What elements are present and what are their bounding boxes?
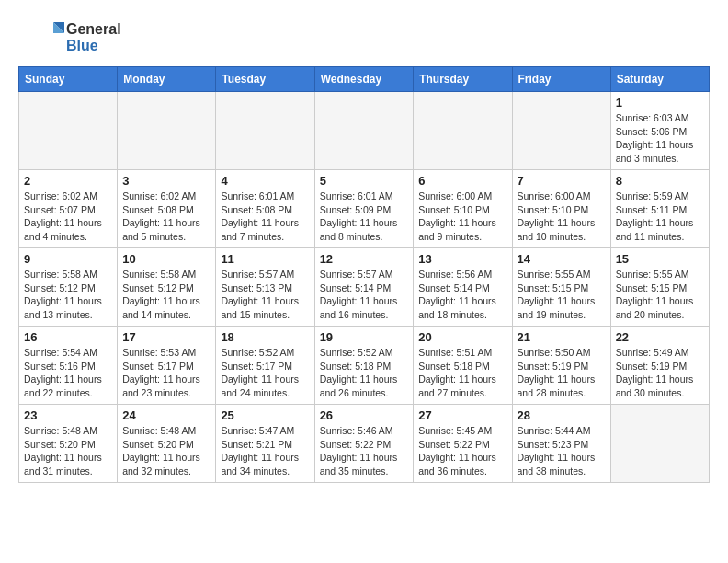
week-row-0: 1Sunrise: 6:03 AM Sunset: 5:06 PM Daylig… — [19, 92, 710, 170]
day-number: 12 — [320, 252, 409, 266]
day-info: Sunrise: 6:00 AM Sunset: 5:10 PM Dayligh… — [518, 190, 606, 244]
day-info: Sunrise: 5:52 AM Sunset: 5:17 PM Dayligh… — [221, 346, 309, 400]
day-info: Sunrise: 5:55 AM Sunset: 5:15 PM Dayligh… — [616, 268, 704, 322]
day-cell: 1Sunrise: 6:03 AM Sunset: 5:06 PM Daylig… — [610, 92, 709, 170]
day-cell: 5Sunrise: 6:01 AM Sunset: 5:09 PM Daylig… — [314, 170, 414, 248]
day-number: 27 — [418, 408, 506, 422]
day-info: Sunrise: 5:49 AM Sunset: 5:19 PM Dayligh… — [616, 346, 704, 400]
day-cell: 9Sunrise: 5:58 AM Sunset: 5:12 PM Daylig… — [19, 248, 118, 327]
day-number: 9 — [24, 252, 112, 266]
day-info: Sunrise: 5:50 AM Sunset: 5:19 PM Dayligh… — [518, 346, 606, 400]
day-info: Sunrise: 5:47 AM Sunset: 5:21 PM Dayligh… — [221, 424, 309, 478]
logo-blue-text: Blue — [66, 38, 121, 54]
day-number: 6 — [418, 174, 506, 188]
day-info: Sunrise: 5:59 AM Sunset: 5:11 PM Dayligh… — [616, 190, 704, 244]
weekday-header-saturday: Saturday — [610, 67, 709, 92]
day-number: 17 — [122, 330, 210, 344]
day-number: 23 — [24, 408, 112, 422]
day-info: Sunrise: 6:03 AM Sunset: 5:06 PM Dayligh… — [616, 111, 704, 166]
day-info: Sunrise: 5:57 AM Sunset: 5:13 PM Dayligh… — [221, 268, 309, 322]
logo-text: GeneralBlue — [66, 21, 121, 53]
weekday-header-row: SundayMondayTuesdayWednesdayThursdayFrid… — [19, 67, 710, 92]
day-number: 7 — [518, 174, 606, 188]
day-cell — [314, 92, 414, 170]
page-header: GeneralBlue — [18, 18, 710, 57]
day-number: 15 — [616, 252, 704, 266]
day-number: 22 — [616, 330, 704, 344]
weekday-header-friday: Friday — [512, 67, 610, 92]
day-cell: 3Sunrise: 6:02 AM Sunset: 5:08 PM Daylig… — [118, 170, 216, 248]
day-cell: 10Sunrise: 5:58 AM Sunset: 5:12 PM Dayli… — [118, 248, 216, 327]
day-number: 26 — [320, 408, 409, 422]
weekday-header-monday: Monday — [118, 67, 216, 92]
day-info: Sunrise: 5:52 AM Sunset: 5:18 PM Dayligh… — [320, 346, 409, 400]
calendar-table: SundayMondayTuesdayWednesdayThursdayFrid… — [18, 66, 710, 483]
day-number: 14 — [518, 252, 606, 266]
day-cell: 23Sunrise: 5:48 AM Sunset: 5:20 PM Dayli… — [19, 405, 118, 483]
day-cell: 14Sunrise: 5:55 AM Sunset: 5:15 PM Dayli… — [512, 248, 610, 327]
day-cell: 13Sunrise: 5:56 AM Sunset: 5:14 PM Dayli… — [414, 248, 512, 327]
day-number: 18 — [221, 330, 309, 344]
day-cell: 26Sunrise: 5:46 AM Sunset: 5:22 PM Dayli… — [314, 405, 414, 483]
day-cell: 18Sunrise: 5:52 AM Sunset: 5:17 PM Dayli… — [216, 327, 314, 405]
weekday-header-wednesday: Wednesday — [314, 67, 414, 92]
day-info: Sunrise: 5:55 AM Sunset: 5:15 PM Dayligh… — [518, 268, 606, 322]
day-cell — [512, 92, 610, 170]
day-cell: 4Sunrise: 6:01 AM Sunset: 5:08 PM Daylig… — [216, 170, 314, 248]
day-number: 25 — [221, 408, 309, 422]
day-number: 19 — [320, 330, 409, 344]
day-cell — [610, 405, 709, 483]
day-info: Sunrise: 5:56 AM Sunset: 5:14 PM Dayligh… — [418, 268, 506, 322]
day-info: Sunrise: 5:44 AM Sunset: 5:23 PM Dayligh… — [518, 424, 606, 478]
day-cell: 8Sunrise: 5:59 AM Sunset: 5:11 PM Daylig… — [610, 170, 709, 248]
day-cell — [19, 92, 118, 170]
day-number: 21 — [518, 330, 606, 344]
day-cell: 25Sunrise: 5:47 AM Sunset: 5:21 PM Dayli… — [216, 405, 314, 483]
day-number: 3 — [122, 174, 210, 188]
day-cell: 28Sunrise: 5:44 AM Sunset: 5:23 PM Dayli… — [512, 405, 610, 483]
day-cell: 2Sunrise: 6:02 AM Sunset: 5:07 PM Daylig… — [19, 170, 118, 248]
day-number: 5 — [320, 174, 409, 188]
weekday-header-sunday: Sunday — [19, 67, 118, 92]
week-row-2: 9Sunrise: 5:58 AM Sunset: 5:12 PM Daylig… — [19, 248, 710, 327]
weekday-header-thursday: Thursday — [414, 67, 512, 92]
day-cell: 24Sunrise: 5:48 AM Sunset: 5:20 PM Dayli… — [118, 405, 216, 483]
day-cell: 27Sunrise: 5:45 AM Sunset: 5:22 PM Dayli… — [414, 405, 512, 483]
day-cell: 20Sunrise: 5:51 AM Sunset: 5:18 PM Dayli… — [414, 327, 512, 405]
day-cell: 16Sunrise: 5:54 AM Sunset: 5:16 PM Dayli… — [19, 327, 118, 405]
week-row-4: 23Sunrise: 5:48 AM Sunset: 5:20 PM Dayli… — [19, 405, 710, 483]
day-info: Sunrise: 6:01 AM Sunset: 5:08 PM Dayligh… — [221, 190, 309, 244]
day-info: Sunrise: 5:53 AM Sunset: 5:17 PM Dayligh… — [122, 346, 210, 400]
week-row-3: 16Sunrise: 5:54 AM Sunset: 5:16 PM Dayli… — [19, 327, 710, 405]
day-info: Sunrise: 5:54 AM Sunset: 5:16 PM Dayligh… — [24, 346, 112, 400]
day-number: 24 — [122, 408, 210, 422]
day-info: Sunrise: 5:58 AM Sunset: 5:12 PM Dayligh… — [24, 268, 112, 322]
day-cell: 19Sunrise: 5:52 AM Sunset: 5:18 PM Dayli… — [314, 327, 414, 405]
day-info: Sunrise: 6:01 AM Sunset: 5:09 PM Dayligh… — [320, 190, 409, 244]
day-info: Sunrise: 6:00 AM Sunset: 5:10 PM Dayligh… — [418, 190, 506, 244]
day-info: Sunrise: 6:02 AM Sunset: 5:07 PM Dayligh… — [24, 190, 112, 244]
day-cell: 11Sunrise: 5:57 AM Sunset: 5:13 PM Dayli… — [216, 248, 314, 327]
day-number: 11 — [221, 252, 309, 266]
day-info: Sunrise: 5:58 AM Sunset: 5:12 PM Dayligh… — [122, 268, 210, 322]
day-info: Sunrise: 5:48 AM Sunset: 5:20 PM Dayligh… — [122, 424, 210, 478]
day-cell — [216, 92, 314, 170]
day-number: 1 — [616, 96, 704, 109]
day-cell: 6Sunrise: 6:00 AM Sunset: 5:10 PM Daylig… — [414, 170, 512, 248]
day-cell: 12Sunrise: 5:57 AM Sunset: 5:14 PM Dayli… — [314, 248, 414, 327]
day-info: Sunrise: 5:57 AM Sunset: 5:14 PM Dayligh… — [320, 268, 409, 322]
day-info: Sunrise: 5:46 AM Sunset: 5:22 PM Dayligh… — [320, 424, 409, 478]
day-cell: 17Sunrise: 5:53 AM Sunset: 5:17 PM Dayli… — [118, 327, 216, 405]
day-info: Sunrise: 5:45 AM Sunset: 5:22 PM Dayligh… — [418, 424, 506, 478]
day-number: 10 — [122, 252, 210, 266]
logo-svg — [18, 18, 66, 57]
day-number: 20 — [418, 330, 506, 344]
day-number: 16 — [24, 330, 112, 344]
day-number: 13 — [418, 252, 506, 266]
day-number: 4 — [221, 174, 309, 188]
logo-general-text: General — [66, 21, 121, 38]
day-number: 2 — [24, 174, 112, 188]
day-cell: 15Sunrise: 5:55 AM Sunset: 5:15 PM Dayli… — [610, 248, 709, 327]
day-number: 28 — [518, 408, 606, 422]
day-cell: 22Sunrise: 5:49 AM Sunset: 5:19 PM Dayli… — [610, 327, 709, 405]
